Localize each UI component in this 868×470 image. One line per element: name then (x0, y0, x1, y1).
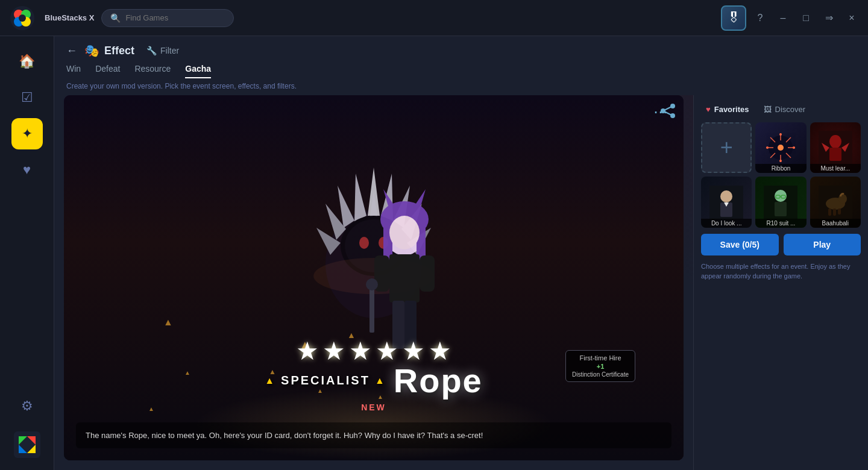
preview-background: ▲ ▲ ▲ ▲ ▲ ▲ ▲ ▲ ★ ★ ★ (64, 95, 684, 460)
share-icon-area[interactable] (659, 102, 676, 122)
home-icon: 🏠 (19, 54, 35, 69)
star-2: ★ (322, 339, 345, 364)
character-name: Rope (394, 361, 483, 400)
svg-point-59 (779, 160, 782, 162)
bluestacks-bottom-logo (14, 431, 40, 460)
cert-label: Distinction Certificate (572, 371, 629, 378)
svg-marker-41 (414, 189, 426, 210)
add-icon: + (720, 135, 733, 160)
triangle-icon: ▲ (265, 375, 276, 386)
discover-icon: 🖼 (764, 105, 772, 114)
heart-icon: ♥ (706, 105, 711, 114)
effect-card-r10-suit[interactable]: R10 suit ... (755, 177, 806, 227)
svg-point-32 (389, 216, 420, 249)
titlebar-right: 🎖 ? – □ ⇒ × (721, 5, 861, 31)
tabs-row: Win Defeat Resource Gacha (66, 64, 856, 78)
forward-icon: ⇒ (825, 12, 833, 24)
svg-rect-72 (775, 202, 787, 216)
stars-row: ★ ★ ★ ★ ★ ★ (296, 339, 451, 364)
app-name: BlueStacks X (45, 13, 94, 22)
effect-icon: 🎭 (84, 43, 99, 58)
svg-point-57 (779, 133, 782, 136)
sidebar-bottom: ⚙ (11, 390, 43, 460)
discover-tab-label: Discover (775, 105, 806, 114)
svg-rect-6 (14, 431, 40, 458)
sidebar-item-favorites[interactable]: ♥ (11, 154, 43, 186)
favorites-tab-label: Favorites (714, 105, 749, 114)
svg-rect-38 (370, 284, 374, 333)
search-icon: 🔍 (110, 13, 121, 23)
close-icon: × (849, 13, 854, 24)
app-name-block: BlueStacks X (45, 13, 94, 22)
preview-area: ▲ ▲ ▲ ▲ ▲ ▲ ▲ ▲ ★ ★ ★ (54, 95, 693, 470)
play-button[interactable]: Play (784, 234, 861, 255)
sidebar-item-settings[interactable]: ⚙ (11, 390, 43, 422)
tab-win[interactable]: Win (66, 64, 81, 78)
panel-tab-favorites[interactable]: ♥ Favorites (701, 102, 754, 116)
bluestacks-logo (7, 3, 37, 33)
close-button[interactable]: × (843, 9, 861, 27)
effect-card-do-i-look[interactable]: Do I look ... (701, 177, 752, 227)
tab-gacha[interactable]: Gacha (185, 64, 211, 78)
content-nav: ← 🎭 Effect 🔧 Filter Win Defeat Resource … (54, 36, 868, 78)
search-input[interactable] (125, 13, 225, 22)
svg-point-56 (778, 145, 784, 151)
minimize-button[interactable]: – (774, 9, 792, 27)
tab-defeat[interactable]: Defeat (95, 64, 120, 78)
svg-line-46 (663, 111, 673, 116)
svg-rect-63 (829, 148, 841, 161)
mods-icon: ✦ (22, 126, 33, 142)
svg-point-60 (766, 146, 769, 149)
star-4: ★ (376, 339, 398, 364)
back-button[interactable]: ← (66, 45, 77, 57)
settings-icon: ⚙ (21, 398, 33, 414)
hire-label: First-time Hire (580, 354, 621, 362)
effect-card-ribbon[interactable]: Ribbon (755, 122, 806, 173)
nav-header: ← 🎭 Effect 🔧 Filter (66, 43, 856, 58)
game-icon: 🎖 (721, 5, 746, 31)
star-1: ★ (296, 339, 319, 364)
effects-grid: + (701, 122, 861, 228)
hire-plus: +1 (597, 363, 605, 370)
new-badge: NEW (361, 403, 386, 412)
svg-rect-79 (828, 208, 831, 216)
filter-button[interactable]: 🔧 Filter (146, 46, 179, 55)
maximize-button[interactable]: □ (797, 9, 815, 27)
dialogue-text: The name's Rope, nice to meet ya. Oh, he… (86, 431, 483, 440)
sidebar-item-mods[interactable]: ✦ (11, 118, 43, 149)
r10-suit-card-label: R10 suit ... (755, 219, 806, 228)
effect-add-card[interactable]: + (701, 122, 752, 173)
ribbon-card-label: Ribbon (755, 164, 806, 173)
effect-title-group: 🎭 Effect (84, 43, 134, 58)
svg-point-5 (19, 14, 26, 22)
star-3: ★ (349, 339, 372, 364)
dialogue-box: The name's Rope, nice to meet ya. Oh, he… (76, 422, 671, 449)
maximize-icon: □ (803, 13, 809, 24)
effect-card-must-lear[interactable]: Must lear... (810, 122, 861, 173)
effect-card-baahubali[interactable]: Baahubali (810, 177, 861, 227)
titlebar: BlueStacks X 🔍 🎖 ? – □ ⇒ × (0, 0, 868, 36)
filter-icon: 🔧 (146, 46, 157, 55)
svg-rect-81 (838, 208, 841, 215)
effect-title-text: Effect (104, 45, 134, 57)
panel-tab-discover[interactable]: 🖼 Discover (759, 102, 811, 116)
name-banner: ▲ SPECIALIST ▲ Rope (265, 361, 482, 400)
star-5: ★ (402, 339, 425, 364)
star-6: ★ (429, 339, 451, 364)
hire-badge: First-time Hire +1 Distinction Certifica… (565, 350, 635, 382)
minimize-icon: – (781, 13, 786, 24)
forward-button[interactable]: ⇒ (820, 9, 838, 27)
action-buttons: Save (0/5) Play (701, 234, 861, 255)
sidebar: 🏠 ☑ ✦ ♥ ⚙ (0, 36, 54, 470)
baahubali-card-label: Baahubali (810, 219, 861, 228)
sidebar-item-home[interactable]: 🏠 (11, 46, 43, 77)
search-bar[interactable]: 🔍 (101, 9, 234, 27)
triangle-icon-2: ▲ (375, 375, 386, 386)
svg-point-58 (793, 146, 795, 149)
help-button[interactable]: ? (751, 9, 769, 27)
sidebar-item-library[interactable]: ☑ (11, 82, 43, 113)
hint-text: Choose multiple effects for an event. En… (701, 262, 861, 281)
save-button[interactable]: Save (0/5) (701, 234, 779, 255)
tab-resource[interactable]: Resource (134, 64, 171, 78)
svg-rect-33 (389, 254, 420, 302)
